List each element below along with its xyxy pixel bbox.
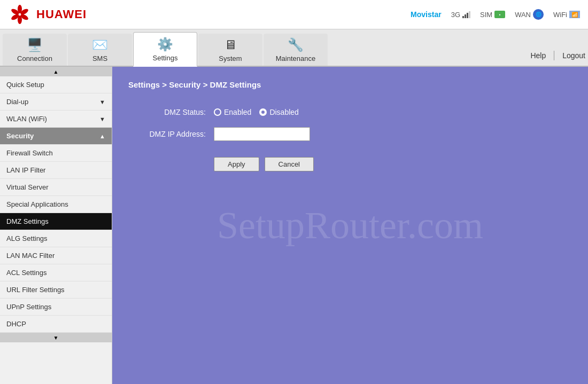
radio-disabled[interactable]: Disabled [259,108,298,116]
nav-right: Help Logout [530,51,585,66]
logout-link[interactable]: Logout [562,51,585,60]
sidebar-label-firewall-switch: Firewall Switch [6,149,53,157]
dmz-ip-label: DMZ IP Address: [128,130,214,138]
sidebar-label-acl-settings: ACL Settings [6,269,47,277]
connection-icon: 🖥️ [27,37,43,52]
nav-divider [554,51,554,60]
sidebar-label-url-filter-settings: URL Filter Settings [6,286,65,294]
tab-maintenance[interactable]: 🔧 Maintenance [264,34,328,66]
wan-icon: 🌐 [533,9,544,20]
sidebar-item-security[interactable]: Security [0,128,112,145]
button-row: Apply Cancel [214,157,572,171]
content-area: SetupRouter.com Settings > Security > DM… [112,67,588,384]
breadcrumb: Settings > Security > DMZ Settings [128,80,572,89]
tab-connection[interactable]: 🖥️ Connection [3,34,67,66]
wifi-status: WiFi 📶 [553,11,580,19]
network-label: 3G [451,11,460,19]
sidebar-item-url-filter-settings[interactable]: URL Filter Settings [0,281,112,299]
bar1 [462,16,464,18]
dmz-status-label: DMZ Status: [128,108,214,116]
maintenance-icon: 🔧 [288,37,304,52]
tab-connection-label: Connection [17,54,52,62]
tab-settings-label: Settings [153,54,178,62]
radio-enabled-btn[interactable] [214,108,221,116]
sidebar-label-virtual-server: Virtual Server [6,183,49,191]
sim-icon: ▪ [494,11,505,18]
carrier-name: Movistar [411,10,442,19]
bar4 [469,11,470,18]
sidebar-item-lan-mac-filter[interactable]: LAN MAC Filter [0,247,112,264]
nav-tabs: 🖥️ Connection ✉️ SMS ⚙️ Settings 🖥 Syste… [0,29,588,67]
sidebar-item-virtual-server[interactable]: Virtual Server [0,179,112,196]
sidebar-label-special-applications: Special Applications [6,200,68,208]
huawei-logo: HUAWEI [8,4,87,25]
system-icon: 🖥 [224,37,237,52]
sidebar-item-firewall-switch[interactable]: Firewall Switch [0,145,112,162]
brand-name: HUAWEI [36,7,87,21]
sidebar-item-special-applications[interactable]: Special Applications [0,196,112,213]
security-chevron [99,133,105,139]
tab-maintenance-label: Maintenance [276,54,315,62]
wan-label: WAN [515,11,531,19]
sidebar-item-wlan[interactable]: WLAN (WiFi) [0,111,112,128]
cancel-button[interactable]: Cancel [265,157,314,171]
sidebar-label-dhcp: DHCP [6,320,26,328]
sim-label: SIM [480,11,492,19]
sidebar-item-dial-up[interactable]: Dial-up [0,93,112,111]
sim-status: SIM ▪ [480,11,505,19]
network-status: 3G [451,11,470,19]
bar3 [467,13,468,18]
apply-button[interactable]: Apply [214,157,259,171]
dmz-status-radio-group: Enabled Disabled [214,108,299,116]
bar2 [465,14,466,18]
tab-sms-label: SMS [92,54,107,62]
sidebar-scroll-down[interactable]: ▼ [0,333,112,342]
signal-bars [462,11,470,18]
tab-settings[interactable]: ⚙️ Settings [133,32,197,67]
sidebar-label-lan-ip-filter: LAN IP Filter [6,166,45,174]
dmz-ip-row: DMZ IP Address: [128,127,572,141]
sidebar-item-lan-ip-filter[interactable]: LAN IP Filter [0,162,112,179]
sidebar-label-lan-mac-filter: LAN MAC Filter [6,252,55,260]
sidebar-item-acl-settings[interactable]: ACL Settings [0,264,112,281]
tab-system-label: System [219,54,242,62]
enabled-label: Enabled [224,108,251,116]
sidebar-item-dhcp[interactable]: DHCP [0,316,112,333]
header: HUAWEI Movistar 3G SIM ▪ WAN 🌐 WiFi 📶 [0,0,588,29]
sidebar-label-dmz-settings: DMZ Settings [6,217,49,225]
wlan-chevron [99,116,105,122]
sidebar-label-wlan: WLAN (WiFi) [6,115,47,123]
sidebar-scroll-up[interactable]: ▲ [0,67,112,76]
sidebar: ▲ Quick Setup Dial-up WLAN (WiFi) Securi… [0,67,112,384]
dmz-form: DMZ Status: Enabled Disabled DMZ IP Addr… [128,108,572,171]
help-link[interactable]: Help [530,51,546,60]
sidebar-label-alg-settings: ALG Settings [6,234,48,242]
sidebar-label-quick-setup: Quick Setup [6,81,44,89]
dmz-status-row: DMZ Status: Enabled Disabled [128,108,572,116]
dial-up-chevron [99,99,105,105]
sidebar-label-dial-up: Dial-up [6,98,28,106]
radio-disabled-btn[interactable] [259,108,267,116]
header-status: Movistar 3G SIM ▪ WAN 🌐 WiFi 📶 [411,9,580,20]
sidebar-label-security: Security [6,132,34,140]
huawei-icon [8,4,32,25]
wifi-label: WiFi [553,11,567,19]
disabled-label: Disabled [269,108,298,116]
wan-status: WAN 🌐 [515,9,544,20]
settings-icon: ⚙️ [157,37,173,52]
sidebar-item-dmz-settings[interactable]: DMZ Settings [0,213,112,230]
wifi-icon: 📶 [569,11,580,18]
radio-enabled[interactable]: Enabled [214,108,251,116]
sidebar-item-alg-settings[interactable]: ALG Settings [0,230,112,247]
watermark: SetupRouter.com [217,203,483,248]
tab-sms[interactable]: ✉️ SMS [68,34,132,66]
main-layout: ▲ Quick Setup Dial-up WLAN (WiFi) Securi… [0,67,588,384]
dmz-ip-input[interactable] [214,127,310,141]
tab-system[interactable]: 🖥 System [198,34,262,66]
sidebar-label-upnp-settings: UPnP Settings [6,303,51,311]
sms-icon: ✉️ [92,37,108,52]
sidebar-item-quick-setup[interactable]: Quick Setup [0,76,112,93]
sidebar-item-upnp-settings[interactable]: UPnP Settings [0,299,112,316]
